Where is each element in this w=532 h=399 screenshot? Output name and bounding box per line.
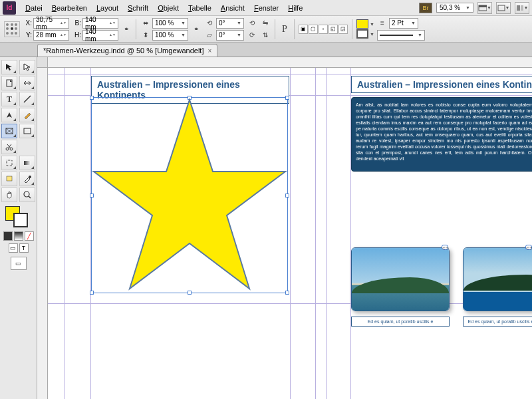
stroke-swatch[interactable] (356, 29, 368, 39)
fill-prop-icon[interactable]: ◲ (338, 25, 348, 34)
caption-frame-1[interactable]: Ed es quiam, ut poratib uscilis e (351, 317, 450, 327)
apply-none-icon[interactable]: ╱ (25, 231, 34, 241)
ruler-horizontal[interactable] (48, 57, 532, 68)
h-input[interactable]: 140 mm▲▼ (82, 30, 118, 41)
scale-x-input[interactable]: 100 %▼ (152, 18, 188, 29)
flip-h-icon[interactable]: ⇋ (260, 18, 271, 29)
app-icon: Id (3, 1, 16, 15)
page-tool[interactable] (1, 76, 17, 90)
view-mode-button[interactable]: ▼ (477, 2, 492, 14)
caption-frame-2[interactable]: Ed es quiam, ut poratib uscilis e (463, 317, 532, 327)
reference-point[interactable] (4, 21, 20, 37)
menu-datei[interactable]: Datei (21, 3, 47, 13)
link-badge-icon: ⊂⊃ (525, 245, 532, 250)
menu-layout[interactable]: Layout (92, 3, 122, 13)
rectangle-frame-tool[interactable] (1, 124, 17, 138)
formatting-text-icon[interactable]: T (19, 243, 29, 253)
menu-hilfe[interactable]: Hilfe (284, 3, 307, 13)
apply-color-icon[interactable] (3, 231, 13, 241)
svg-line-6 (24, 96, 31, 102)
document-tab[interactable]: *Rahmen-Werkzeug.indd @ 50 % [Umgewandel… (37, 44, 217, 57)
svg-line-18 (29, 196, 31, 198)
svg-rect-2 (498, 5, 505, 11)
rotate-icon: ⟲ (204, 18, 215, 29)
line-tool[interactable] (19, 92, 35, 106)
x-input[interactable]: 30,75 mm▲▼ (33, 18, 69, 29)
svg-rect-14 (24, 161, 31, 165)
gradient-tool[interactable] (19, 156, 35, 170)
stroke-weight-icon: ≡ (377, 18, 388, 29)
link-wh-icon[interactable]: ⚭ (121, 24, 132, 35)
star-polygon[interactable] (91, 97, 288, 293)
direct-selection-tool[interactable] (19, 60, 35, 74)
pencil-tool[interactable] (19, 108, 35, 122)
toolbox: T ╱ ▭ T ▭ (0, 57, 37, 399)
rectangle-tool[interactable] (19, 124, 35, 138)
canvas[interactable]: Australien – Impressionen eines Kontinen… (37, 57, 532, 399)
view-mode-icon[interactable]: ▭ (11, 257, 27, 270)
h-label: H: (72, 31, 81, 39)
menu-objekt[interactable]: Objekt (154, 3, 183, 13)
control-bar: X:30,75 mm▲▼ Y:28 mm▲▼ B:140 mm▲▼ H:140 … (0, 16, 532, 43)
svg-rect-13 (7, 160, 12, 166)
menu-bearbeiten[interactable]: Bearbeiten (48, 3, 91, 13)
w-input[interactable]: 140 mm▲▼ (82, 18, 118, 29)
menu-fenster[interactable]: Fenster (250, 3, 283, 13)
menu-ansicht[interactable]: Ansicht (217, 3, 249, 13)
pasteboard[interactable]: Australien – Impressionen eines Kontinen… (48, 68, 532, 399)
hand-tool[interactable] (1, 188, 17, 202)
free-transform-tool[interactable] (1, 156, 17, 170)
fit-prop-icon[interactable]: ◱ (329, 25, 338, 34)
stroke-weight-input[interactable]: 2 Pt▼ (389, 18, 418, 29)
svg-rect-15 (7, 176, 12, 181)
menu-bar: Id Datei Bearbeiten Layout Schrift Objek… (0, 0, 532, 16)
scale-y-icon: ⬍ (140, 30, 151, 41)
fit-content-icon[interactable]: ▣ (299, 25, 308, 34)
link-scale-icon[interactable]: ⚭ (191, 24, 201, 35)
apply-gradient-icon[interactable] (14, 231, 23, 241)
body-text-frame[interactable]: Am alist, as nobitat lam volores es nobi… (351, 97, 532, 172)
close-tab-icon[interactable]: × (207, 47, 211, 55)
image-frame-1[interactable] (351, 247, 450, 311)
fill-swatch[interactable] (356, 19, 368, 29)
rotate-cw-icon[interactable]: ⟳ (247, 30, 257, 41)
svg-marker-19 (94, 100, 285, 289)
link-badge-icon: ⊂⊃ (442, 245, 448, 250)
zoom-tool[interactable] (19, 188, 35, 202)
type-tool[interactable]: T (1, 92, 17, 106)
fit-frame-icon[interactable]: ▢ (309, 25, 318, 34)
flip-v-icon[interactable]: ⇅ (260, 30, 271, 41)
gap-tool[interactable] (19, 76, 35, 90)
document-tab-bar: *Rahmen-Werkzeug.indd @ 50 % [Umgewandel… (0, 43, 532, 57)
ruler-vertical[interactable] (37, 68, 48, 399)
rotate-input[interactable]: 0°▼ (216, 18, 244, 29)
image-frame-2[interactable] (463, 247, 532, 311)
center-content-icon[interactable]: ▫ (319, 25, 328, 34)
shear-icon: ▱ (204, 30, 215, 41)
scale-x-icon: ⬌ (140, 18, 151, 29)
selection-tool[interactable] (1, 60, 17, 74)
rotate-ccw-icon[interactable]: ⟲ (247, 18, 257, 29)
scale-y-input[interactable]: 100 %▼ (152, 30, 188, 41)
scissors-tool[interactable] (1, 140, 17, 154)
x-label: X: (23, 19, 32, 27)
bridge-icon[interactable]: Br (419, 3, 432, 13)
note-tool[interactable] (1, 172, 17, 186)
shear-input[interactable]: 0°▼ (216, 30, 244, 41)
screen-mode-button[interactable]: ▼ (496, 2, 511, 14)
menu-tabelle[interactable]: Tabelle (184, 3, 215, 13)
ruler-origin[interactable] (37, 57, 48, 68)
zoom-level[interactable]: 50,3 %▼ (436, 3, 473, 13)
y-input[interactable]: 28 mm▲▼ (33, 30, 69, 41)
char-panel-icon[interactable]: P (279, 24, 290, 35)
stroke-color[interactable] (13, 213, 28, 227)
svg-rect-5 (7, 80, 12, 86)
menu-schrift[interactable]: Schrift (124, 3, 152, 13)
color-swatches[interactable] (1, 206, 35, 229)
pen-tool[interactable] (1, 108, 17, 122)
normal-mode-icon[interactable]: ▭ (9, 243, 18, 253)
title-frame-right[interactable]: Australien – Impressionen eines Kontinen… (351, 76, 532, 93)
stroke-style-input[interactable]: ▼ (377, 30, 425, 41)
eyedropper-tool[interactable] (19, 172, 35, 186)
arrange-button[interactable]: ▼ (515, 2, 529, 14)
